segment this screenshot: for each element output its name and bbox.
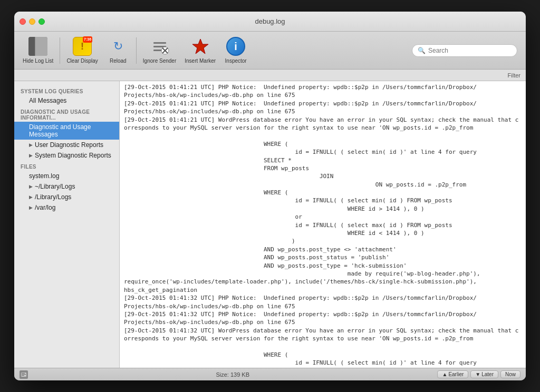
inspector-icon: i xyxy=(226,37,245,56)
close-button[interactable] xyxy=(20,18,26,25)
section-diagnostic: DIAGNOSTIC AND USAGE INFORMATI... xyxy=(14,106,119,122)
sidebar-item-system-log[interactable]: system.log xyxy=(14,171,119,181)
sidebar-item-library-logs2[interactable]: ▶ /Library/Logs xyxy=(14,192,119,202)
sidebar-item-user-diagnostic[interactable]: ▶ User Diagnostic Reports xyxy=(14,140,119,150)
svg-rect-8 xyxy=(22,373,25,374)
ignore-sender-icon xyxy=(150,37,169,56)
sidebar-item-all-messages[interactable]: All Messages xyxy=(14,95,119,106)
now-label: Now xyxy=(505,371,516,377)
maximize-button[interactable] xyxy=(38,18,45,25)
system-diagnostic-label: System Diagnostic Reports xyxy=(35,152,111,159)
insert-marker-button[interactable]: Insert Marker xyxy=(180,35,220,66)
earlier-label: Earlier xyxy=(448,371,464,377)
reload-button[interactable]: ↻ Reload xyxy=(102,35,134,66)
svg-rect-9 xyxy=(22,374,26,375)
ignore-sender-label: Ignore Sender xyxy=(143,58,176,64)
earlier-button[interactable]: ▲ Earlier xyxy=(437,370,468,378)
window-title: debug.log xyxy=(255,17,285,25)
toolbar-divider-2 xyxy=(136,37,137,64)
main-window: debug.log Hide Log List ! 7:36 Clear Dis… xyxy=(14,12,526,380)
svg-marker-6 xyxy=(192,39,208,54)
hide-log-list-label: Hide Log List xyxy=(23,58,53,64)
log-content-area[interactable]: [29-Oct-2015 01:41:21 UTC] PHP Notice: U… xyxy=(120,81,526,368)
earlier-arrow: ▲ xyxy=(442,371,447,377)
sidebar-item-system-diagnostic[interactable]: ▶ System Diagnostic Reports xyxy=(14,150,119,161)
sidebar-item-var-log[interactable]: ▶ /var/log xyxy=(14,202,119,213)
library-logs-label: ~/Library/Logs xyxy=(35,183,75,190)
status-right: ▲ Earlier ▼ Later Now xyxy=(437,370,520,378)
search-input[interactable] xyxy=(428,47,512,54)
triangle-icon: ▶ xyxy=(29,142,33,148)
svg-rect-0 xyxy=(153,42,166,44)
search-box[interactable]: 🔍 xyxy=(412,44,517,57)
triangle-icon-5: ▶ xyxy=(29,205,33,210)
sidebar: SYSTEM LOG QUERIES All Messages DIAGNOST… xyxy=(14,81,120,368)
reload-label: Reload xyxy=(110,58,127,64)
all-messages-label: All Messages xyxy=(29,97,66,104)
filter-label: Filter xyxy=(508,72,520,79)
diagnostic-messages-label: Diagnostic and Usage Messages xyxy=(29,123,113,138)
status-size: Size: 139 KB xyxy=(216,371,249,378)
svg-rect-2 xyxy=(153,50,162,51)
filter-bar: Filter xyxy=(14,70,526,81)
titlebar: debug.log xyxy=(14,12,526,32)
insert-marker-icon xyxy=(191,37,210,56)
var-log-label: /var/log xyxy=(35,204,55,211)
status-left xyxy=(20,370,28,379)
now-button[interactable]: Now xyxy=(500,370,520,378)
triangle-icon-4: ▶ xyxy=(29,194,33,200)
ignore-sender-button[interactable]: Ignore Sender xyxy=(139,35,180,66)
search-icon: 🔍 xyxy=(418,47,426,54)
triangle-icon-2: ▶ xyxy=(29,153,33,158)
section-system-log: SYSTEM LOG QUERIES xyxy=(14,85,119,95)
system-log-label: system.log xyxy=(29,172,59,180)
statusbar: Size: 139 KB ▲ Earlier ▼ Later Now xyxy=(14,368,526,380)
sidebar-item-library-logs[interactable]: ▶ ~/Library/Logs xyxy=(14,181,119,192)
reload-icon: ↻ xyxy=(109,37,128,56)
log-text: [29-Oct-2015 01:41:21 UTC] PHP Notice: U… xyxy=(124,83,522,368)
later-button[interactable]: ▼ Later xyxy=(470,370,498,378)
clear-display-label: Clear Display xyxy=(66,58,98,64)
section-files: FILES xyxy=(14,161,119,171)
inspector-label: Inspector xyxy=(225,58,247,64)
status-icon xyxy=(20,370,28,379)
clear-display-icon: ! 7:36 xyxy=(73,37,92,56)
inspector-button[interactable]: i Inspector xyxy=(220,35,252,66)
minimize-button[interactable] xyxy=(29,18,35,25)
insert-marker-label: Insert Marker xyxy=(185,58,216,64)
later-label: Later xyxy=(481,371,494,377)
library-logs2-label: /Library/Logs xyxy=(35,193,71,201)
hide-log-list-button[interactable]: Hide Log List xyxy=(18,35,57,66)
hide-log-list-icon xyxy=(28,37,47,56)
toolbar-divider-1 xyxy=(60,37,60,64)
later-arrow: ▼ xyxy=(475,371,480,377)
main-area: SYSTEM LOG QUERIES All Messages DIAGNOST… xyxy=(14,81,526,368)
clear-display-button[interactable]: ! 7:36 Clear Display xyxy=(62,35,102,66)
triangle-icon-3: ▶ xyxy=(29,184,33,189)
traffic-lights xyxy=(20,18,45,25)
sidebar-item-diagnostic-messages[interactable]: Diagnostic and Usage Messages xyxy=(14,122,119,140)
svg-rect-10 xyxy=(22,375,24,376)
toolbar: Hide Log List ! 7:36 Clear Display ↻ Rel… xyxy=(14,32,526,70)
user-diagnostic-label: User Diagnostic Reports xyxy=(35,141,103,149)
